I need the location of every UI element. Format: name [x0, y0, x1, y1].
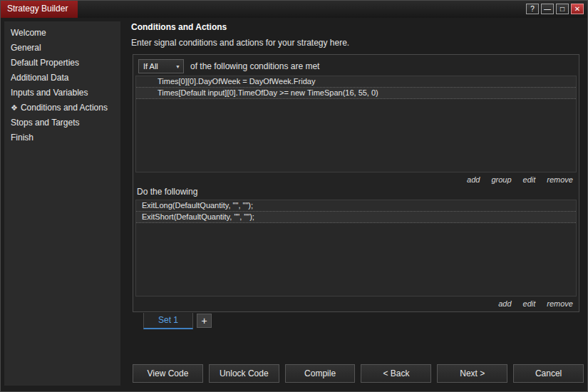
diamond-icon: ❖	[11, 103, 18, 112]
conditions-met-label: of the following conditions are met	[190, 61, 319, 71]
back-button[interactable]: < Back	[361, 364, 431, 383]
maximize-button[interactable]: □	[556, 4, 569, 14]
unlock-code-button[interactable]: Unlock Code	[209, 364, 279, 383]
page-title: Conditions and Actions	[131, 22, 227, 32]
do-the-following-label: Do the following	[137, 187, 197, 197]
window-title: Strategy Builder	[1, 1, 78, 18]
close-button[interactable]: ✕	[571, 4, 584, 14]
compile-button[interactable]: Compile	[285, 364, 356, 383]
help-button[interactable]: ?	[526, 4, 539, 14]
bottom-button-row: View Code Unlock Code Compile < Back Nex…	[133, 364, 584, 383]
sidebar-item-label: Stops and Targets	[11, 118, 80, 128]
conditions-add-link[interactable]: add	[467, 175, 480, 184]
conditions-remove-link[interactable]: remove	[547, 175, 573, 184]
dropdown-value: If All	[143, 62, 158, 71]
conditions-edit-link[interactable]: edit	[523, 175, 536, 184]
titlebar: Strategy Builder ? — □ ✕	[1, 1, 587, 18]
sidebar-item-label: Inputs and Variables	[11, 88, 88, 98]
condition-row[interactable]: Times[0][0].DayOfWeek = DayOfWeek.Friday	[136, 76, 576, 88]
sidebar-item-additional-data[interactable]: Additional Data	[4, 71, 120, 86]
conditions-links: add group edit remove	[467, 175, 573, 184]
condition-mode-row: If All ▼ of the following conditions are…	[138, 59, 319, 73]
condition-row[interactable]: Times[Default input][0].TimeOfDay >= new…	[136, 88, 576, 99]
actions-links: add edit remove	[498, 299, 573, 308]
sidebar-item-stops-and-targets[interactable]: Stops and Targets	[4, 115, 120, 130]
sidebar-item-label: Finish	[11, 133, 33, 143]
sidebar-item-label: Welcome	[11, 28, 46, 38]
strategy-builder-window: Strategy Builder ? — □ ✕ Welcome General…	[0, 0, 588, 392]
tab-set-1[interactable]: Set 1	[143, 313, 193, 329]
sidebar-item-welcome[interactable]: Welcome	[4, 26, 120, 41]
conditions-group-link[interactable]: group	[491, 175, 511, 184]
view-code-button[interactable]: View Code	[133, 364, 203, 383]
actions-remove-link[interactable]: remove	[547, 299, 573, 308]
condition-mode-dropdown[interactable]: If All ▼	[138, 59, 184, 73]
minimize-button[interactable]: —	[541, 4, 554, 14]
sidebar-item-label: General	[11, 43, 41, 53]
sidebar-item-finish[interactable]: Finish	[4, 130, 120, 145]
page-subtitle: Enter signal conditions and actions for …	[131, 38, 349, 48]
sidebar-item-label: Default Properties	[11, 58, 79, 68]
sidebar-item-general[interactable]: General	[4, 41, 120, 56]
condition-set-panel: If All ▼ of the following conditions are…	[133, 54, 579, 312]
sidebar: Welcome General Default Properties Addit…	[4, 21, 120, 386]
cancel-button[interactable]: Cancel	[513, 364, 584, 383]
chevron-down-icon: ▼	[175, 64, 180, 69]
next-button[interactable]: Next >	[437, 364, 507, 383]
actions-add-link[interactable]: add	[498, 299, 511, 308]
action-row[interactable]: ExitShort(DefaultQuantity, "", "");	[136, 212, 576, 223]
sidebar-item-default-properties[interactable]: Default Properties	[4, 56, 120, 71]
sidebar-item-inputs-and-variables[interactable]: Inputs and Variables	[4, 86, 120, 100]
add-set-tab[interactable]: +	[197, 314, 212, 328]
actions-list[interactable]: ExitLong(DefaultQuantity, "", ""); ExitS…	[135, 200, 577, 296]
sidebar-item-label: Additional Data	[11, 73, 68, 83]
conditions-list[interactable]: Times[0][0].DayOfWeek = DayOfWeek.Friday…	[135, 76, 577, 172]
action-row[interactable]: ExitLong(DefaultQuantity, "", "");	[136, 200, 576, 212]
window-controls: ? — □ ✕	[526, 4, 584, 14]
sidebar-item-conditions-and-actions[interactable]: ❖Conditions and Actions	[4, 100, 120, 115]
actions-edit-link[interactable]: edit	[523, 299, 536, 308]
sidebar-item-label: Conditions and Actions	[21, 103, 108, 113]
set-tabs: Set 1 +	[143, 313, 212, 329]
